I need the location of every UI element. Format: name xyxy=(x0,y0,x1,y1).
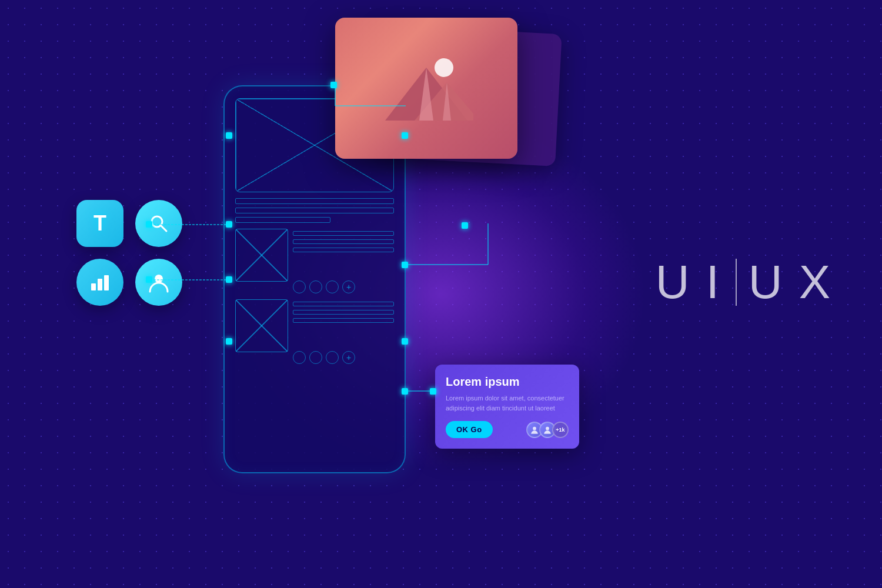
tools-container: T xyxy=(76,200,182,306)
wf-dot-card1-left xyxy=(226,338,232,345)
wireframe-line-1 xyxy=(235,198,394,204)
wireframe-btn-2 xyxy=(309,280,322,293)
mountain-svg xyxy=(379,50,473,126)
svg-rect-11 xyxy=(104,275,109,290)
avatar-more: +1k xyxy=(552,422,569,438)
wireframe-btn-plus-1: + xyxy=(342,280,355,293)
wireframe-card-1: + xyxy=(235,229,394,293)
svg-point-13 xyxy=(435,58,453,77)
wireframe-line-3 xyxy=(235,217,330,223)
uiux-divider xyxy=(736,259,737,306)
wireframe-btn-4 xyxy=(293,351,306,364)
avatar-user-icon-2 xyxy=(543,425,552,435)
wireframe-text-lines xyxy=(235,198,394,223)
wf-dot-card2-right xyxy=(402,388,408,395)
wireframe-card-content-1: + xyxy=(293,229,394,293)
uiux-letter-x: X xyxy=(799,259,835,306)
popup-title: Lorem ipsum xyxy=(446,375,569,389)
svg-point-12 xyxy=(155,275,163,283)
img-top-connector-dot xyxy=(330,82,337,88)
image-card-main xyxy=(335,18,517,159)
wireframe-card-line-1 xyxy=(293,231,394,236)
main-content: T xyxy=(0,0,882,588)
wf-dot-top-right xyxy=(402,132,408,139)
wireframe-card-image-1 xyxy=(235,229,288,282)
search-tool-icon[interactable] xyxy=(135,200,182,247)
ok-go-button[interactable]: OK Go xyxy=(446,421,493,438)
svg-rect-9 xyxy=(91,283,96,290)
wireframe-card-buttons-1: + xyxy=(293,280,394,293)
wf-dot-card1-right xyxy=(402,338,408,345)
connector-dot-3 xyxy=(226,221,232,228)
wireframe-card-line-2 xyxy=(293,239,394,244)
svg-point-19 xyxy=(546,426,549,430)
wf-dot-popup-left xyxy=(430,388,436,395)
svg-rect-10 xyxy=(98,279,102,290)
wireframe-line-2 xyxy=(235,208,394,213)
popup-footer: OK Go +1k xyxy=(446,421,569,438)
wf-dot-top-left xyxy=(226,132,232,139)
wireframe-card-line-5 xyxy=(293,310,394,315)
wireframe-btn-6 xyxy=(326,351,339,364)
connector-dot-2 xyxy=(146,276,152,283)
chart-icon xyxy=(88,270,112,294)
uiux-letter-u2: U xyxy=(749,259,787,306)
popup-card: Lorem ipsum Lorem ipsum dolor sit amet, … xyxy=(435,365,579,449)
avatar-user-icon-1 xyxy=(530,425,539,435)
uiux-letter-u1: U xyxy=(656,259,694,306)
wireframe-btn-plus-2: + xyxy=(342,351,355,364)
popup-avatars: +1k xyxy=(526,422,569,438)
svg-point-18 xyxy=(533,426,536,430)
wireframe-card-content-2: + xyxy=(293,299,394,364)
wireframe-btn-1 xyxy=(293,280,306,293)
connector-dot-1 xyxy=(146,221,152,228)
uiux-letter-i: I xyxy=(706,259,724,306)
wireframe-card-2: + xyxy=(235,299,394,364)
img-card-connector-dot xyxy=(462,222,468,229)
chart-tool-icon[interactable] xyxy=(76,259,123,306)
user-tool-icon[interactable] xyxy=(135,259,182,306)
wireframe-card-buttons-2: + xyxy=(293,351,394,364)
connector-dot-4 xyxy=(226,276,232,283)
wireframe-card-image-2 xyxy=(235,299,288,352)
wireframe-btn-5 xyxy=(309,351,322,364)
uiux-heading: U I U X xyxy=(656,259,835,306)
text-tool-icon[interactable]: T xyxy=(76,200,123,247)
popup-body: Lorem ipsum dolor sit amet, consectetuer… xyxy=(446,393,569,413)
wireframe-card-line-4 xyxy=(293,302,394,306)
wireframe-card-line-3 xyxy=(293,248,394,252)
wireframe-card-line-6 xyxy=(293,318,394,323)
wf-dot-mid-right xyxy=(402,262,408,268)
wireframe-btn-3 xyxy=(326,280,339,293)
svg-line-8 xyxy=(161,225,166,231)
